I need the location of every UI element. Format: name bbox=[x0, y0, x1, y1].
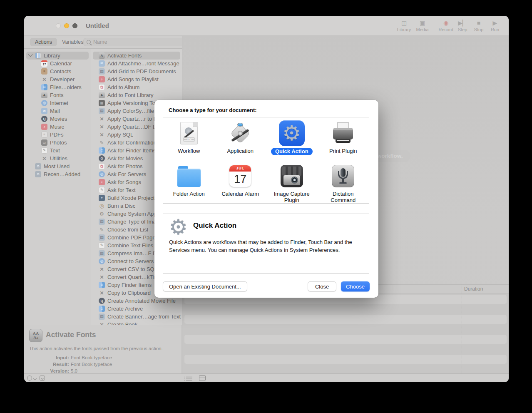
finder-icon: ☺ bbox=[99, 306, 105, 312]
log-column-divider bbox=[462, 284, 462, 373]
close-button[interactable] bbox=[56, 23, 61, 28]
action-item-label: Apply SQL bbox=[107, 132, 133, 138]
sidebar-item-label: Developer bbox=[50, 76, 75, 82]
record-icon: ◉ bbox=[443, 19, 448, 27]
tab-actions[interactable]: Actions bbox=[30, 38, 57, 46]
sidebar-item-pdfs[interactable]: ≡PDFs bbox=[24, 131, 91, 139]
text-icon: ✎ bbox=[41, 147, 47, 154]
doc-type-image-capture-plugin[interactable]: Image Capture Plugin bbox=[266, 160, 318, 203]
sidebar-item-internet[interactable]: ⊕Internet bbox=[24, 99, 91, 107]
sidebar-item-label: Utilities bbox=[50, 155, 67, 162]
action-item-add-grid-to-pdf-documents[interactable]: ▤Add Grid to PDF Documents bbox=[91, 67, 182, 75]
log-row bbox=[184, 355, 507, 364]
action-item-label: Combine Text Files bbox=[107, 242, 153, 249]
collapse-panel-icon[interactable] bbox=[40, 376, 45, 381]
sidebar-item-label: Calendar bbox=[50, 60, 72, 67]
action-options-icon[interactable]: … bbox=[27, 376, 32, 381]
camera-icon bbox=[281, 165, 303, 187]
action-item-create-book[interactable]: ✕Create Book bbox=[91, 321, 182, 325]
run-icon: ▶ bbox=[493, 19, 497, 27]
zoom-button[interactable] bbox=[72, 23, 77, 28]
toolbar: ◫Library▣Media◉Record▶▏Step■Stop▶Run bbox=[397, 19, 502, 32]
action-item-label: Ask for Photos bbox=[107, 163, 143, 169]
sidebar-item-fonts[interactable]: AFonts bbox=[24, 91, 91, 99]
action-item-label: Choose from List bbox=[107, 226, 148, 233]
toolbar-media-label: Media bbox=[416, 27, 429, 32]
sidebar-item-text[interactable]: ✎Text bbox=[24, 147, 91, 154]
action-item-create-banner-age-from-text[interactable]: ▤Create Banner…age from Text bbox=[91, 313, 182, 321]
sidebar-item-photos[interactable]: ▭Photos bbox=[24, 139, 91, 147]
doc-type-application[interactable]: Application bbox=[215, 117, 266, 160]
doc-type-quick-action[interactable]: ⚙Quick Action bbox=[266, 117, 318, 160]
toolbar-step-button[interactable]: ▶▏Step bbox=[455, 19, 470, 32]
action-item-create-annotated-movie-file[interactable]: QCreate Annotated Movie File bbox=[91, 297, 182, 305]
sidebar-item-music[interactable]: ♪Music bbox=[24, 123, 91, 131]
doc-type-calendar-alarm[interactable]: JUL17Calendar Alarm bbox=[215, 160, 266, 203]
chevron-down-icon[interactable] bbox=[28, 52, 32, 57]
globe-icon: ⊕ bbox=[99, 171, 105, 177]
burn-icon: ◎ bbox=[99, 203, 105, 209]
search-input[interactable]: Name bbox=[83, 38, 196, 46]
calendar-day: 17 bbox=[229, 172, 251, 187]
action-item-add-to-font-library[interactable]: AAdd to Font Library bbox=[91, 91, 182, 99]
activate-fonts-icon: AA Aa bbox=[29, 329, 42, 342]
variables-view-icon[interactable] bbox=[199, 375, 206, 381]
doc-type-label: Folder Action bbox=[173, 191, 205, 197]
sidebar-item-label: Movies bbox=[50, 116, 67, 122]
action-item-label: Ask For Servers bbox=[107, 171, 146, 177]
toolbar-library-button[interactable]: ◫Library bbox=[397, 19, 411, 32]
library-sidebar: Library17Calendar≡Contacts✕Developer☺Fil… bbox=[24, 49, 91, 325]
minimize-button[interactable] bbox=[64, 23, 69, 28]
library-icon bbox=[35, 52, 41, 59]
info-description: Quick Actions are workflows that may be … bbox=[169, 238, 364, 254]
toolbar-record-label: Record bbox=[439, 27, 453, 32]
pdf-icon: ≡ bbox=[41, 132, 47, 138]
sidebar-item-library[interactable]: Library bbox=[24, 52, 91, 60]
action-item-add-attachme-ront-message[interactable]: ✉Add Attachme…ront Message bbox=[91, 60, 182, 67]
sidebar-item-label: Contacts bbox=[50, 68, 71, 75]
media-icon: ▣ bbox=[420, 19, 425, 27]
doc-type-folder-action[interactable]: Folder Action bbox=[163, 160, 215, 203]
doc-type-label: Dictation Command bbox=[320, 191, 366, 203]
sidebar-item-most-used[interactable]: ⚙Most Used bbox=[24, 162, 91, 170]
doc-type-workflow[interactable]: WFLOWWorkflow bbox=[163, 117, 215, 160]
action-item-label: Add Songs to Playlist bbox=[107, 76, 159, 82]
sidebar-item-utilities[interactable]: ✕Utilities bbox=[24, 154, 91, 162]
xcode-icon: ✦ bbox=[99, 195, 105, 201]
action-item-label: Ask for Text bbox=[107, 187, 136, 193]
toolbar-stop-button[interactable]: ■Stop bbox=[472, 19, 486, 32]
calendar-icon: 17 bbox=[41, 60, 47, 67]
log-view-icon[interactable] bbox=[186, 376, 192, 381]
chevron-down-icon[interactable] bbox=[33, 377, 37, 380]
doc-type-dictation-command[interactable]: Dictation Command bbox=[318, 160, 369, 203]
fontbook-icon: A bbox=[41, 92, 47, 98]
microphone-icon bbox=[332, 165, 354, 187]
sidebar-item-calendar[interactable]: 17Calendar bbox=[24, 60, 91, 67]
sidebar-item-developer[interactable]: ✕Developer bbox=[24, 75, 91, 83]
step-icon: ▶▏ bbox=[458, 19, 467, 27]
doc-type-print-plugin[interactable]: Print Plugin bbox=[318, 117, 369, 160]
toolbar-run-button[interactable]: ▶Run bbox=[488, 19, 502, 32]
action-item-add-to-album[interactable]: ✿Add to Album bbox=[91, 83, 182, 91]
toolbar-library-label: Library bbox=[397, 27, 411, 32]
action-item-activate-fonts[interactable]: AActivate Fonts bbox=[91, 52, 182, 60]
sidebar-item-recen-added[interactable]: ⚙Recen…Added bbox=[24, 170, 91, 178]
toolbar-media-button[interactable]: ▣Media bbox=[415, 19, 430, 32]
automator-window: Untitled ◫Library▣Media◉Record▶▏Step■Sto… bbox=[24, 16, 509, 382]
open-existing-document-button[interactable]: Open an Existing Document... bbox=[163, 281, 247, 291]
close-button-dialog[interactable]: Close bbox=[308, 281, 336, 291]
sidebar-item-mail[interactable]: ✉Mail bbox=[24, 107, 91, 115]
action-item-label: Add to Font Library bbox=[107, 92, 154, 98]
globe-icon: ⊕ bbox=[41, 100, 47, 106]
toolbar-record-button[interactable]: ◉Record bbox=[439, 19, 453, 32]
smart-icon: ⚙ bbox=[35, 163, 41, 169]
choose-button[interactable]: Choose bbox=[341, 281, 370, 291]
action-item-add-songs-to-playlist[interactable]: ♪Add Songs to Playlist bbox=[91, 75, 182, 83]
sidebar-item-files-olders[interactable]: ☺Files…olders bbox=[24, 83, 91, 91]
log-row bbox=[184, 315, 507, 324]
action-item-label: Add Attachme…ront Message bbox=[107, 60, 179, 67]
sidebar-item-label: Fonts bbox=[50, 92, 64, 98]
action-item-create-archive[interactable]: ☺Create Archive bbox=[91, 305, 182, 313]
sidebar-item-movies[interactable]: QMovies bbox=[24, 115, 91, 123]
sidebar-item-contacts[interactable]: ≡Contacts bbox=[24, 67, 91, 75]
